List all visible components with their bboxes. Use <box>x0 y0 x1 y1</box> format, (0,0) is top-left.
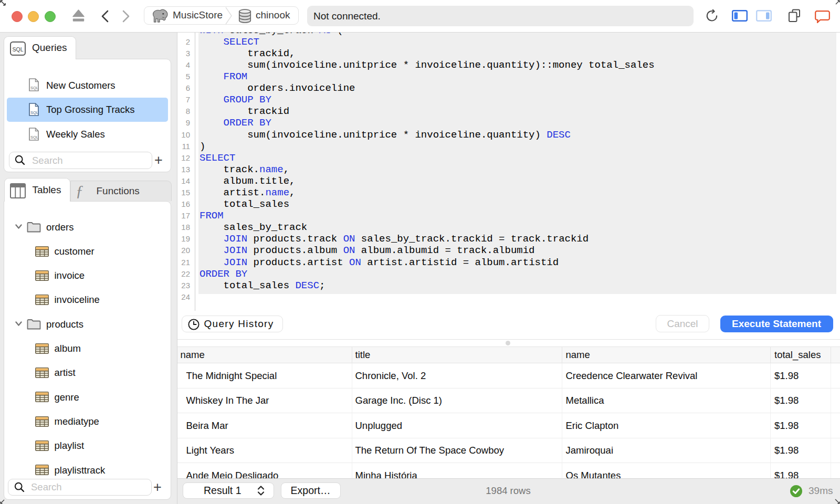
svg-text:SQL: SQL <box>12 46 23 52</box>
